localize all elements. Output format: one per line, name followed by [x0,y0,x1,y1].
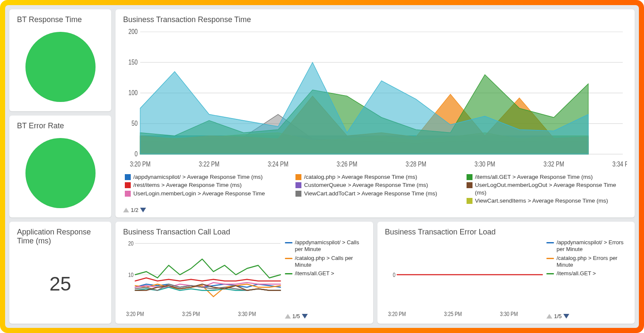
card-bt-response-time: BT Response Time [9,9,111,111]
legend-swatch [295,191,301,197]
legend-swatch [125,182,131,188]
legend-pager: 1/5 [546,311,627,319]
legend-swatch [285,258,292,259]
legend-item[interactable]: CustomerQueue > Average Response Time (m… [295,181,456,189]
svg-text:100: 100 [128,89,138,96]
card-title: BT Response Time [17,15,104,24]
legend-pager: 1/5 [285,311,366,319]
legend-swatch [546,273,554,274]
card-bt-response-chart: Business Transaction Response Time 05010… [115,9,635,217]
svg-text:3:25 PM: 3:25 PM [182,310,200,318]
legend-swatch [295,182,301,188]
svg-text:3:20 PM: 3:20 PM [126,310,144,318]
pager-text: 1/5 [554,313,562,319]
card-title: Business Transaction Error Load [385,228,627,237]
legend-item[interactable]: ViewCart.sendItems > Average Response Ti… [467,197,627,205]
legend-item[interactable]: UserLogOut.memberLogOut > Average Respon… [467,181,627,197]
svg-text:3:30 PM: 3:30 PM [475,161,495,168]
svg-text:150: 150 [128,59,138,66]
chart-area[interactable]: 10203:20 PM3:25 PM3:30 PM [123,239,283,319]
legend-swatch [467,174,472,180]
svg-text:10: 10 [128,271,134,278]
pager-prev-icon[interactable] [285,314,291,319]
status-circle-ok [25,32,96,102]
dashboard-frame: BT Response Time BT Error Rate Applicati… [0,0,644,333]
chart-area[interactable]: 03:20 PM3:25 PM3:30 PM [385,239,545,319]
legend-label: /catalog.php > Calls per Minute [295,255,366,269]
card-bt-error-rate: BT Error Rate [9,116,111,217]
pager-next-icon[interactable] [563,314,569,319]
svg-text:3:20 PM: 3:20 PM [388,310,406,318]
pager-prev-icon[interactable] [546,314,552,319]
card-call-load: Business Transaction Call Load 10203:20 … [115,222,373,324]
legend-item[interactable]: /items/all.GET > [285,270,366,277]
legend-swatch [546,242,554,243]
legend-label: ViewCart.sendItems > Average Response Ti… [475,197,608,205]
app-response-value: 25 [17,272,104,295]
svg-text:3:20 PM: 3:20 PM [130,161,151,168]
legend-item[interactable]: /appdynamicspilot/ > Average Response Ti… [125,173,285,181]
card-title: Business Transaction Call Load [123,228,366,237]
legend-item[interactable]: /appdynamicspilot/ > Calls per Minute [285,239,366,253]
legend-item[interactable]: /catalog.php > Average Response Time (ms… [295,173,456,181]
pager-text: 1/5 [292,313,300,319]
legend-label: /appdynamicspilot/ > Errors per Minute [557,239,627,253]
svg-text:3:22 PM: 3:22 PM [199,161,219,168]
card-title: BT Error Rate [17,121,104,130]
legend-item[interactable]: /catalog.php > Errors per Minute [546,255,627,269]
legend-swatch [125,191,131,197]
legend-swatch [295,174,301,180]
legend-swatch [467,182,472,188]
legend-item[interactable]: /items/all.GET > [546,270,627,277]
legend-swatch [125,174,131,180]
card-app-response-time: Application Response Time (ms) 25 [9,222,111,324]
svg-text:3:32 PM: 3:32 PM [543,161,564,168]
legend-label: /catalog.php > Errors per Minute [557,255,627,269]
legend-item[interactable]: UserLogin.memberLogin > Average Response… [125,189,285,198]
legend-label: /items/all.GET > Average Response Time (… [475,173,593,181]
card-title: Business Transaction Response Time [123,15,627,24]
legend-item[interactable]: ViewCart.addToCart > Average Response Ti… [295,189,456,198]
legend-label: /items/all.GET > [295,270,335,277]
legend-item[interactable]: /appdynamicspilot/ > Errors per Minute [546,239,627,253]
pager-next-icon[interactable] [140,208,146,212]
svg-text:0: 0 [393,271,395,278]
legend-swatch [285,273,292,274]
pager-next-icon[interactable] [302,314,308,319]
call-load-chart[interactable]: 10203:20 PM3:25 PM3:30 PM [123,239,283,319]
svg-text:200: 200 [128,28,138,35]
bottom-row: Business Transaction Call Load 10203:20 … [115,222,635,324]
svg-text:0: 0 [135,150,138,158]
legend-swatch [546,258,554,259]
error-load-chart[interactable]: 03:20 PM3:25 PM3:30 PM [385,239,545,319]
svg-text:3:30 PM: 3:30 PM [238,310,256,318]
legend-swatch [285,242,292,243]
response-time-chart[interactable]: 0501001502003:20 PM3:22 PM3:24 PM3:26 PM… [123,27,627,169]
svg-text:3:30 PM: 3:30 PM [500,310,517,318]
legend-item[interactable]: /catalog.php > Calls per Minute [285,255,366,269]
dashboard-grid: BT Response Time BT Error Rate Applicati… [5,5,639,328]
legend-label: /catalog.php > Average Response Time (ms… [304,173,417,181]
legend-label: CustomerQueue > Average Response Time (m… [304,181,428,189]
legend-label: /items/all.GET > [557,270,596,277]
card-title: Application Response Time (ms) [17,228,104,246]
svg-text:3:26 PM: 3:26 PM [337,161,357,168]
svg-text:3:34 PM: 3:34 PM [613,161,627,168]
legend-label: /appdynamicspilot/ > Calls per Minute [295,239,366,253]
chart-legend: /appdynamicspilot/ > Errors per Minute/c… [546,239,627,277]
pager-prev-icon[interactable] [123,208,129,212]
legend-pager: 1/2 [123,205,627,213]
legend-label: /appdynamicspilot/ > Average Response Ti… [133,173,263,181]
legend-item[interactable]: /items/all.GET > Average Response Time (… [467,173,627,181]
svg-text:20: 20 [128,240,134,247]
legend-item[interactable]: /rest/items > Average Response Time (ms) [125,181,285,189]
legend-label: UserLogOut.memberLogOut > Average Respon… [475,181,627,196]
chart-area[interactable]: 0501001502003:20 PM3:22 PM3:24 PM3:26 PM… [123,27,627,169]
chart-legend: /appdynamicspilot/ > Average Response Ti… [123,169,627,205]
chart-legend: /appdynamicspilot/ > Calls per Minute/ca… [285,239,366,277]
legend-label: UserLogin.memberLogin > Average Response… [133,190,265,198]
svg-text:3:28 PM: 3:28 PM [405,161,426,168]
card-error-load: Business Transaction Error Load 03:20 PM… [377,222,635,324]
legend-label: ViewCart.addToCart > Average Response Ti… [304,190,437,198]
svg-text:3:24 PM: 3:24 PM [268,161,289,168]
